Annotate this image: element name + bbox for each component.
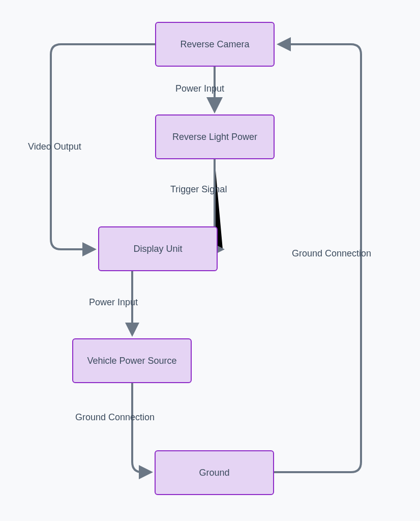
- node-label: Ground: [199, 468, 229, 478]
- label-power-input-2: Power Input: [89, 297, 138, 308]
- label-ground-connection: Ground Connection: [75, 412, 155, 423]
- node-reverse-light-power: Reverse Light Power: [155, 114, 275, 159]
- label-trigger-signal: Trigger Signal: [170, 184, 227, 195]
- node-label: Display Unit: [133, 244, 182, 254]
- label-video-output: Video Output: [28, 141, 81, 152]
- node-label: Reverse Light Power: [172, 132, 257, 142]
- label-ground-to-camera: Ground Connection: [292, 248, 371, 259]
- node-vehicle-power-source: Vehicle Power Source: [72, 338, 192, 383]
- node-label: Reverse Camera: [180, 39, 249, 50]
- diagram-canvas: Reverse Camera Reverse Light Power Displ…: [0, 0, 420, 521]
- label-power-input-1: Power Input: [175, 83, 224, 94]
- node-reverse-camera: Reverse Camera: [155, 22, 275, 67]
- node-label: Vehicle Power Source: [87, 356, 176, 366]
- node-display-unit: Display Unit: [98, 226, 218, 271]
- arrow-ground-connection: [132, 383, 150, 472]
- node-ground: Ground: [155, 450, 274, 495]
